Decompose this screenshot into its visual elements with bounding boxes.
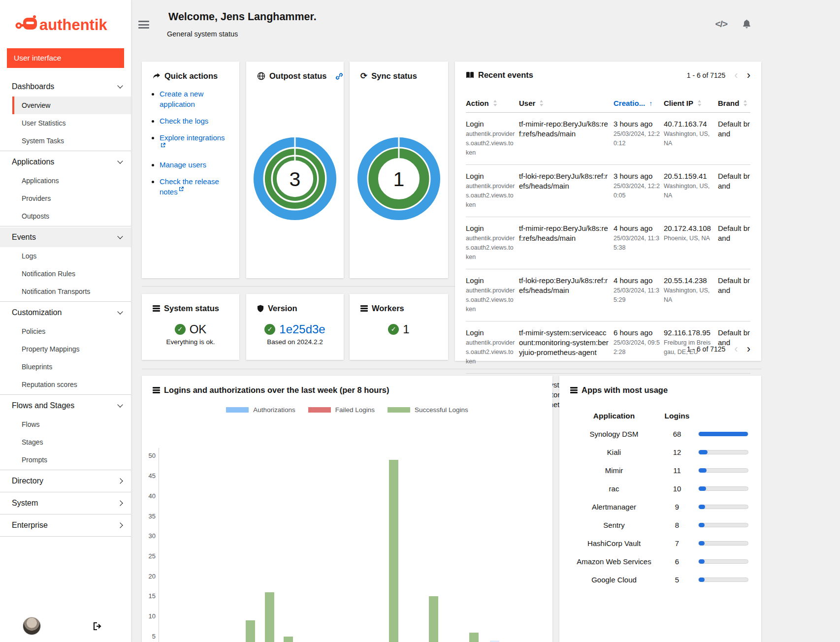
app-login-count: 12 (661, 444, 693, 461)
event-row[interactable]: Loginauthentik.providers.oauth2.views.to… (466, 113, 750, 165)
sync-count: 1 (393, 168, 405, 191)
event-brand-cell: Default brand (718, 171, 750, 210)
system-status-subtitle: Everything is ok. (142, 338, 239, 346)
sidebar-item-overview[interactable]: Overview (12, 96, 131, 114)
sidebar-section-applications[interactable]: Applications (0, 152, 131, 172)
sidebar-item-reputation-scores[interactable]: Reputation scores (12, 376, 131, 393)
quick-action-link-manage-users[interactable]: Manage users (160, 160, 206, 169)
event-creation-cell: 3 hours ago25/03/2024, 12:20:05 (614, 171, 660, 210)
event-creation-cell: 6 hours ago25/03/2024, 09:52:28 (614, 328, 660, 366)
api-code-icon[interactable]: </> (715, 19, 727, 30)
chart-bar-successful-logins (389, 460, 398, 642)
event-row[interactable]: Loginauthentik.providers.oauth2.views.to… (466, 165, 750, 217)
app-name: Alertmanager (572, 498, 656, 516)
system-status-title: System status (164, 304, 219, 313)
notifications-bell-icon[interactable] (742, 19, 751, 29)
avatar[interactable] (23, 617, 41, 635)
event-user-link[interactable]: tf-mimir-repo:BeryJu/k8s:ref:refs/heads/… (519, 224, 610, 243)
quick-action-link-check-the-release-notes[interactable]: Check the release notes (160, 177, 219, 196)
y-tick-label: 15 (143, 592, 156, 600)
y-tick-label: 50 (143, 452, 156, 459)
quick-action-link-create-a-new-application[interactable]: Create a new application (160, 90, 203, 108)
event-row[interactable]: Loginauthentik.providers.oauth2.views.to… (466, 269, 750, 321)
pagination-label: 1 - 6 of 7125 (687, 71, 726, 79)
main-content: Welcome, Jens Langhammer. General system… (131, 0, 840, 642)
event-user-link[interactable]: tf-mimir-system:serviceaccount:monitorin… (519, 328, 610, 357)
sidebar-item-notification-transports[interactable]: Notification Transports (12, 283, 131, 300)
y-tick-label: 5 (143, 633, 156, 640)
section-label: Customization (12, 308, 62, 317)
event-user-link[interactable]: tf-loki-repo:BeryJu/k8s:ref:refs/heads/m… (519, 171, 610, 191)
column-header-brand[interactable]: Brand (718, 99, 750, 107)
sidebar-section-directory[interactable]: Directory (0, 471, 131, 491)
event-time-absolute: 25/03/2024, 11:35:29 (614, 286, 660, 305)
outpost-link-icon[interactable] (335, 72, 343, 80)
event-brand: Default brand (718, 119, 750, 139)
sidebar-item-notification-rules[interactable]: Notification Rules (12, 265, 131, 283)
chart-bar-successful-logins (284, 637, 293, 642)
event-user-link[interactable]: tf-loki-repo:BeryJu/k8s:ref:refs/heads/m… (519, 276, 610, 295)
y-axis-line (159, 448, 159, 642)
sort-asc-icon: ↑ (649, 99, 652, 107)
event-time-relative: 4 hours ago (614, 224, 660, 233)
user-interface-button[interactable]: User interface (7, 48, 124, 68)
event-user-link[interactable]: tf-mimir-repo:BeryJu/k8s:ref:refs/heads/… (519, 119, 610, 139)
app-name: Kiali (572, 443, 656, 461)
prev-page-icon[interactable]: ‹ (734, 345, 738, 353)
sidebar-item-property-mappings[interactable]: Property Mappings (12, 340, 131, 358)
event-action-link[interactable]: Login (466, 276, 515, 286)
sidebar-item-applications[interactable]: Applications (12, 172, 131, 190)
event-action-link[interactable]: Login (466, 328, 515, 338)
event-time-relative: 3 hours ago (614, 171, 660, 181)
sidebar-item-policies[interactable]: Policies (12, 322, 131, 340)
sidebar-item-providers[interactable]: Providers (12, 190, 131, 207)
sidebar-section-system[interactable]: System (0, 493, 131, 513)
column-header-creatio[interactable]: Creatio...↑ (614, 99, 660, 107)
sign-out-icon[interactable] (93, 622, 102, 631)
version-value-link[interactable]: 1e25d3e (279, 322, 325, 336)
column-label: Creatio... (614, 99, 645, 107)
app-name: Amazon Web Services (572, 552, 656, 571)
menu-toggle-icon[interactable] (138, 21, 149, 30)
sidebar-section-enterprise[interactable]: Enterprise (0, 515, 131, 535)
prev-page-icon[interactable]: ‹ (734, 71, 738, 79)
event-user-cell: tf-loki-repo:BeryJu/k8s:ref:refs/heads/m… (519, 276, 610, 314)
column-header-user[interactable]: User (519, 99, 610, 107)
event-action-cell: Loginauthentik.providers.oauth2.views.to… (466, 119, 515, 158)
sidebar-item-system-tasks[interactable]: System Tasks (12, 132, 131, 150)
event-row[interactable]: Loginauthentik.providers.oauth2.views.to… (466, 217, 750, 269)
app-usage-progress (698, 573, 748, 586)
sidebar-section-dashboards[interactable]: Dashboards (0, 77, 131, 96)
pagination-label: 1 - 6 of 7125 (687, 345, 726, 353)
outpost-status-title: Outpost status (269, 71, 326, 81)
event-action-detail: authentik.providers.oauth2.views.token (466, 286, 515, 314)
sidebar-item-blueprints[interactable]: Blueprints (12, 358, 131, 376)
app-usage-progress (698, 555, 748, 568)
event-client-geo: Phoenix, US, NA (664, 234, 714, 243)
next-page-icon[interactable]: › (747, 345, 750, 353)
y-tick-label: 45 (143, 472, 156, 480)
sidebar-item-user-statistics[interactable]: User Statistics (12, 114, 131, 132)
apps-usage-card: Apps with most usage Application Logins … (559, 376, 761, 642)
sidebar-section-flows-and-stages[interactable]: Flows and Stages (0, 396, 131, 416)
chart-bar-successful-logins (265, 592, 274, 642)
event-action-link[interactable]: Login (466, 224, 515, 233)
sidebar-section-customization[interactable]: Customization (0, 303, 131, 322)
sidebar-item-logs[interactable]: Logs (12, 247, 131, 265)
sidebar-item-outposts[interactable]: Outposts (12, 207, 131, 225)
sidebar-item-stages[interactable]: Stages (12, 433, 131, 451)
quick-action-link-explore-integrations[interactable]: Explore integrations (160, 133, 225, 142)
sidebar-section-events[interactable]: Events (0, 227, 131, 247)
column-header-client-ip[interactable]: Client IP (664, 99, 714, 107)
next-page-icon[interactable]: › (747, 71, 750, 79)
event-action-link[interactable]: Login (466, 171, 515, 181)
sidebar-item-flows[interactable]: Flows (12, 416, 131, 433)
sidebar-item-prompts[interactable]: Prompts (12, 451, 131, 469)
app-usage-progress (698, 427, 748, 441)
column-header-action[interactable]: Action (466, 99, 515, 107)
pagination-top: 1 - 6 of 7125 ‹ › (687, 71, 750, 79)
workers-card: Workers ✓1 (350, 294, 448, 360)
quick-action-link-check-the-logs[interactable]: Check the logs (160, 117, 208, 125)
event-action-link[interactable]: Login (466, 119, 515, 129)
event-brand-cell: Default brand (718, 119, 750, 158)
